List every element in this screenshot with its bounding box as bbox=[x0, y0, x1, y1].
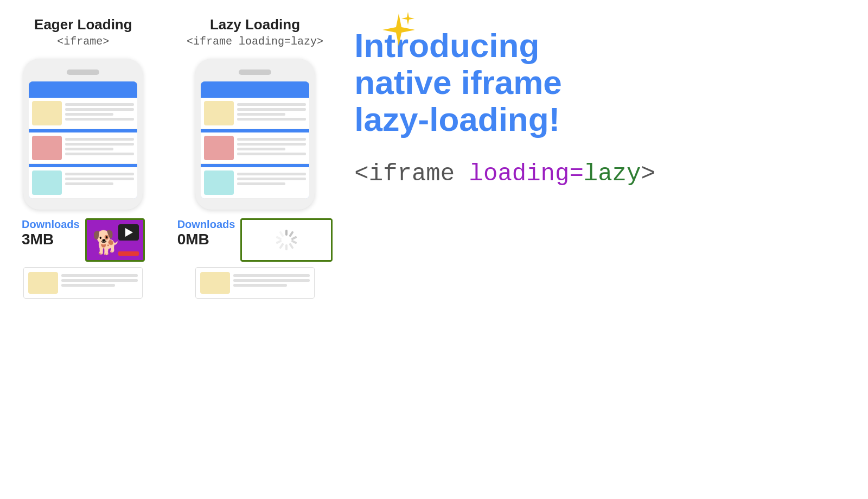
lazy-downloads-amount: 0MB bbox=[177, 231, 235, 248]
lazy-content-card-1 bbox=[201, 98, 309, 129]
main-container: Eager Loading <iframe> bbox=[0, 0, 868, 499]
lazy-downloads-info: Downloads 0MB bbox=[177, 218, 235, 248]
svg-line-5 bbox=[292, 241, 296, 243]
dog-icon: 🐕 bbox=[92, 229, 120, 256]
lazy-card-lines-1 bbox=[237, 101, 306, 121]
lazy-downloads-label: Downloads bbox=[177, 218, 235, 231]
card-image-cyan bbox=[32, 170, 62, 195]
lazy-card-image-red bbox=[204, 136, 234, 160]
introducing-line2: native iframe bbox=[354, 64, 562, 101]
card-line bbox=[237, 148, 285, 150]
phone-notch bbox=[67, 70, 99, 75]
card-line bbox=[237, 138, 306, 141]
eager-downloads-info: Downloads 3MB bbox=[22, 218, 80, 248]
card-line bbox=[237, 103, 306, 106]
card-line bbox=[237, 182, 285, 185]
lazy-phone-screen bbox=[201, 81, 309, 199]
card-line bbox=[61, 279, 138, 282]
card-line bbox=[65, 108, 134, 111]
card-line bbox=[65, 118, 134, 121]
phone-header-bar bbox=[29, 81, 137, 98]
eager-subtitle: <iframe> bbox=[57, 35, 109, 48]
code-example: <iframe loading=lazy> bbox=[354, 160, 846, 187]
code-attr-name: loading= bbox=[469, 160, 584, 187]
eager-downloads-label: Downloads bbox=[22, 218, 80, 231]
lazy-title: Lazy Loading bbox=[210, 16, 300, 33]
card-image-yellow bbox=[32, 101, 62, 125]
eager-below-phone bbox=[22, 267, 145, 299]
lazy-content-card-3 bbox=[201, 167, 309, 199]
card-line bbox=[65, 103, 134, 106]
lazy-bottom-card-lines bbox=[233, 272, 310, 294]
introducing-heading: Introducing native iframe lazy-loading! bbox=[354, 27, 846, 138]
eager-title: Eager Loading bbox=[34, 16, 132, 33]
card-line bbox=[65, 173, 134, 175]
video-progress-bar bbox=[118, 251, 139, 256]
lazy-content-card-2 bbox=[201, 132, 309, 164]
lazy-iframe-preview bbox=[240, 218, 333, 262]
lazy-subtitle: <iframe loading=lazy> bbox=[187, 35, 323, 48]
card-line bbox=[65, 148, 113, 150]
text-section: Introducing native iframe lazy-loading! … bbox=[354, 16, 846, 187]
eager-downloads-section: Downloads 3MB 🐕 bbox=[22, 218, 145, 262]
lazy-downloads-section: Downloads 0MB bbox=[177, 218, 333, 262]
card-line bbox=[237, 118, 306, 121]
card-line bbox=[61, 284, 115, 287]
card-line bbox=[237, 173, 306, 175]
sparkle-decoration bbox=[369, 11, 418, 56]
lazy-below-phone bbox=[177, 267, 333, 299]
lazy-card-lines-2 bbox=[237, 136, 306, 155]
lazy-card-image-cyan bbox=[204, 170, 234, 195]
card-image-red bbox=[32, 136, 62, 160]
bottom-card-image bbox=[28, 272, 58, 294]
lazy-phone bbox=[195, 59, 315, 210]
svg-line-10 bbox=[277, 237, 280, 239]
card-line bbox=[237, 108, 306, 111]
card-line bbox=[237, 153, 306, 155]
play-triangle bbox=[125, 228, 133, 237]
code-prefix: <iframe bbox=[354, 160, 469, 187]
card-line bbox=[237, 178, 306, 180]
phone-notch-lazy bbox=[239, 70, 271, 75]
card-line bbox=[233, 274, 310, 277]
card-line bbox=[65, 113, 113, 116]
card-line bbox=[237, 143, 306, 146]
svg-line-3 bbox=[290, 232, 292, 236]
card-line bbox=[233, 279, 310, 282]
eager-loading-section: Eager Loading <iframe> bbox=[22, 16, 145, 299]
eager-bottom-card bbox=[23, 267, 143, 299]
eager-phone-screen bbox=[29, 81, 137, 199]
code-attr-value: lazy bbox=[584, 160, 641, 187]
card-lines-1 bbox=[65, 101, 134, 121]
card-line bbox=[65, 182, 113, 185]
eager-iframe-preview: 🐕 bbox=[85, 218, 145, 262]
svg-line-11 bbox=[280, 232, 283, 236]
bottom-card-lines bbox=[61, 272, 138, 294]
code-suffix: > bbox=[641, 160, 655, 187]
lazy-bottom-card-image bbox=[200, 272, 230, 294]
dog-video-container: 🐕 bbox=[87, 220, 143, 260]
svg-line-9 bbox=[277, 241, 280, 243]
lazy-loading-section: Lazy Loading <iframe loading=lazy> bbox=[177, 16, 333, 299]
phone-content bbox=[29, 98, 137, 199]
lazy-card-image-yellow bbox=[204, 101, 234, 125]
video-play-icon bbox=[118, 224, 139, 241]
phone-content-lazy bbox=[201, 98, 309, 199]
card-line bbox=[65, 138, 134, 141]
card-line bbox=[61, 274, 138, 277]
introducing-line3: lazy-loading! bbox=[354, 100, 560, 138]
card-line bbox=[237, 113, 285, 116]
phone-header-bar-lazy bbox=[201, 81, 309, 98]
svg-line-4 bbox=[292, 237, 296, 239]
loading-spinner bbox=[273, 226, 300, 254]
card-lines-3 bbox=[65, 170, 134, 185]
content-card-2 bbox=[29, 132, 137, 164]
lazy-card-lines-3 bbox=[237, 170, 306, 185]
content-card-3 bbox=[29, 167, 137, 199]
card-line bbox=[233, 284, 287, 287]
card-lines-2 bbox=[65, 136, 134, 155]
svg-line-6 bbox=[290, 244, 292, 248]
card-line bbox=[65, 153, 134, 155]
eager-downloads-amount: 3MB bbox=[22, 231, 80, 248]
svg-line-8 bbox=[280, 244, 283, 248]
